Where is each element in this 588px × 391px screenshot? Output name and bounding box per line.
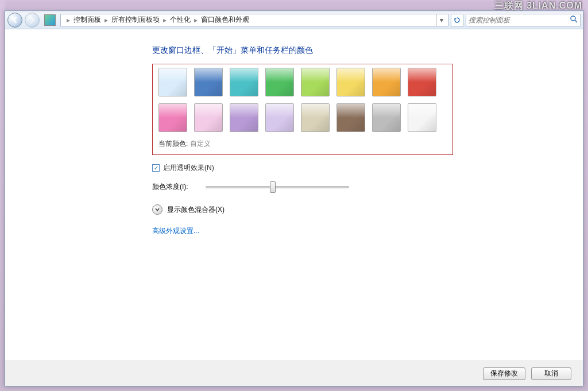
forward-button[interactable] [25, 13, 40, 28]
intensity-label: 颜色浓度(I): [152, 182, 188, 192]
swatch-row [158, 68, 447, 96]
watermark-text: 三联网 3LIAN.COM [494, 0, 582, 12]
swatch-row [158, 103, 447, 132]
color-swatch[interactable] [408, 103, 436, 132]
svg-point-0 [571, 16, 575, 21]
cancel-button[interactable]: 取消 [531, 367, 571, 380]
breadcrumb-dropdown-icon[interactable]: ▾ [436, 14, 446, 26]
page-title: 更改窗口边框、「开始」菜单和任务栏的颜色 [152, 45, 583, 56]
control-panel-icon [44, 14, 56, 26]
color-swatch[interactable] [158, 68, 187, 96]
color-swatch[interactable] [301, 68, 330, 96]
refresh-button[interactable] [451, 14, 463, 26]
footer-bar: 保存修改 取消 [5, 361, 583, 386]
color-swatch[interactable] [230, 68, 258, 96]
transparency-checkbox[interactable]: ✓ [152, 164, 160, 172]
advanced-appearance-link[interactable]: 高级外观设置... [152, 226, 199, 236]
intensity-row: 颜色浓度(I): [152, 182, 583, 192]
back-button[interactable] [7, 13, 22, 28]
color-swatch[interactable] [194, 68, 223, 96]
color-swatch[interactable] [301, 103, 330, 132]
search-input[interactable] [469, 16, 570, 24]
transparency-row: ✓ 启用透明效果(N) [152, 163, 583, 173]
breadcrumb-item[interactable]: 控制面板 [74, 15, 101, 25]
color-swatch[interactable] [265, 103, 294, 132]
color-swatch[interactable] [372, 103, 401, 132]
breadcrumb-item[interactable]: 所有控制面板项 [111, 15, 160, 25]
slider-thumb[interactable] [270, 181, 276, 193]
transparency-label: 启用透明效果(N) [163, 163, 214, 173]
search-box[interactable] [466, 14, 581, 26]
breadcrumb-item[interactable]: 个性化 [170, 15, 191, 25]
chevron-down-icon[interactable] [152, 204, 163, 215]
svg-line-1 [575, 20, 577, 22]
current-color-label: 当前颜色: 自定义 [158, 139, 447, 149]
color-swatch[interactable] [408, 68, 436, 96]
intensity-slider[interactable] [206, 186, 349, 188]
color-swatch[interactable] [265, 68, 294, 96]
color-swatch[interactable] [336, 68, 365, 96]
breadcrumb[interactable]: ▸ 控制面板 ▸ 所有控制面板项 ▸ 个性化 ▸ 窗口颜色和外观 ▾ [60, 14, 448, 26]
color-swatch[interactable] [372, 68, 401, 96]
navbar: ▸ 控制面板 ▸ 所有控制面板项 ▸ 个性化 ▸ 窗口颜色和外观 ▾ [5, 11, 583, 29]
color-swatch[interactable] [336, 103, 365, 132]
search-icon[interactable] [570, 16, 578, 25]
color-swatch[interactable] [230, 103, 258, 132]
color-swatch-panel: 当前颜色: 自定义 [152, 64, 453, 155]
color-mixer-expander[interactable]: 显示颜色混合器(X) [152, 204, 583, 215]
current-color-value: 自定义 [190, 140, 211, 148]
color-swatch[interactable] [194, 103, 223, 132]
breadcrumb-item[interactable]: 窗口颜色和外观 [201, 15, 249, 25]
content-area: 更改窗口边框、「开始」菜单和任务栏的颜色 当前颜色: 自定义 ✓ 启用透明效果(… [5, 29, 583, 361]
mixer-label: 显示颜色混合器(X) [167, 205, 225, 215]
window-frame: ▸ 控制面板 ▸ 所有控制面板项 ▸ 个性化 ▸ 窗口颜色和外观 ▾ 更改窗口边… [5, 10, 583, 386]
color-swatch[interactable] [158, 103, 187, 132]
save-button[interactable]: 保存修改 [483, 367, 525, 380]
